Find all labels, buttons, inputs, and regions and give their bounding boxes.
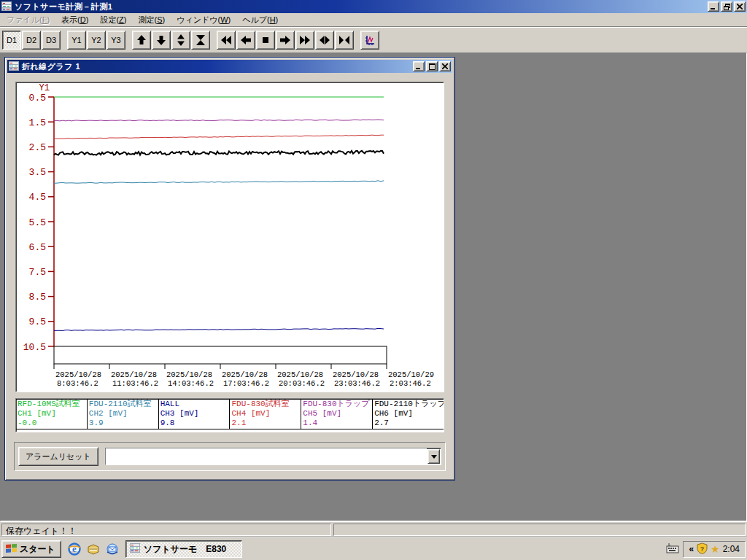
toolbar-button-arrows-in-horizontal[interactable] xyxy=(335,31,354,50)
legend-cell-ch6: FDU-2110トラップCH6 [mV]2.7 xyxy=(372,400,444,429)
channel-name: FDU-2110トラップ xyxy=(374,400,442,409)
toolbar-button-y3[interactable]: Y3 xyxy=(107,31,125,50)
app-icon xyxy=(1,1,12,12)
toolbar-button-stop-square[interactable] xyxy=(256,31,275,50)
taskbar-clock[interactable]: 2:04 xyxy=(723,544,740,554)
svg-text:2:03:46.2: 2:03:46.2 xyxy=(390,379,431,388)
outlook-express-icon[interactable] xyxy=(105,542,120,556)
channel-label: CH5 [mV] xyxy=(303,409,371,419)
channel-value: 2.1 xyxy=(231,419,299,428)
menu-item-1[interactable]: 表示(D) xyxy=(55,13,94,27)
arrow-up-icon xyxy=(136,34,147,46)
legend-panel: RFD-10MS試料室CH1 [mV]-0.0FDU-2110試料室CH2 [m… xyxy=(15,398,444,432)
toolbar-button-double-arrow-left[interactable] xyxy=(217,31,236,50)
menu-item-0[interactable]: ファイル(F) xyxy=(1,13,55,27)
graph-minimize-button[interactable] xyxy=(413,61,425,71)
channel-value: 3.9 xyxy=(89,419,157,428)
arrows-up-down-icon xyxy=(175,34,187,46)
svg-text:0.5: 0.5 xyxy=(29,93,46,104)
svg-text:2025/10/28: 2025/10/28 xyxy=(333,370,379,379)
arrows-out-horizontal-icon xyxy=(319,34,330,46)
svg-text:7.5: 7.5 xyxy=(29,267,46,278)
svg-text:20:03:46.2: 20:03:46.2 xyxy=(279,379,325,388)
graph-axes-icon xyxy=(364,34,376,46)
start-button[interactable]: スタート xyxy=(1,540,61,558)
svg-text:2025/10/28: 2025/10/28 xyxy=(166,370,212,379)
svg-text:8:03:46.2: 8:03:46.2 xyxy=(57,379,98,388)
taskbar-app-button[interactable]: ソフトサーモ E830 xyxy=(125,540,242,558)
menu-item-2[interactable]: 設定(Z) xyxy=(94,13,132,27)
tray-panel: « ? ★ 2:04 xyxy=(683,541,746,558)
app-window: ソフトサーモ計測－計測1 ファイル(F)表示(D)設定(Z)測定(S)ウィンドウ… xyxy=(0,0,747,537)
double-arrow-right-icon xyxy=(299,34,311,46)
svg-text:2025/10/28: 2025/10/28 xyxy=(222,370,268,379)
hourglass-icon xyxy=(195,34,206,46)
arrow-right-icon xyxy=(279,34,291,46)
toolbar-button-graph-axes[interactable] xyxy=(360,31,379,50)
alarm-reset-button[interactable]: アラームリセット xyxy=(18,447,98,466)
svg-text:2025/10/29: 2025/10/29 xyxy=(388,370,434,379)
toolbar-button-arrows-up-down[interactable] xyxy=(171,31,190,50)
windows-logo-icon xyxy=(5,542,18,556)
graph-close-button[interactable] xyxy=(439,61,451,71)
menu-item-4[interactable]: ウィンドウ(W) xyxy=(171,13,236,27)
restore-button[interactable] xyxy=(721,1,732,12)
menu-item-5[interactable]: ヘルプ(H) xyxy=(236,13,284,27)
alarm-combobox[interactable] xyxy=(105,448,441,465)
menu-item-3[interactable]: 測定(S) xyxy=(132,13,171,27)
graph-window-icon xyxy=(9,61,19,72)
legend-cell-ch2: FDU-2110試料室CH2 [mV]3.9 xyxy=(87,400,158,429)
status-panel-secondary xyxy=(333,524,746,536)
show-desktop-icon[interactable] xyxy=(86,542,101,556)
toolbar-button-d1[interactable]: D1 xyxy=(2,31,21,50)
toolbar-button-arrow-down[interactable] xyxy=(152,31,171,50)
graph-client-area: Y10.51.52.53.54.55.56.57.58.59.510.52025… xyxy=(7,73,452,478)
toolbar-button-d3[interactable]: D3 xyxy=(42,31,61,50)
channel-name: FDU-2110試料室 xyxy=(89,400,157,409)
graph-window-titlebar[interactable]: 折れ線グラフ 1 xyxy=(7,60,452,73)
toolbar-button-y2[interactable]: Y2 xyxy=(87,31,106,50)
graph-maximize-button[interactable] xyxy=(426,61,438,71)
app-title: ソフトサーモ計測－計測1 xyxy=(15,1,706,12)
close-button[interactable] xyxy=(734,1,746,12)
desktop: ソフトサーモ計測－計測1 ファイル(F)表示(D)設定(Z)測定(S)ウィンドウ… xyxy=(0,0,747,560)
svg-text:9.5: 9.5 xyxy=(29,316,46,327)
arrow-left-icon xyxy=(240,34,252,46)
toolbar-button-double-arrow-right[interactable] xyxy=(295,31,314,50)
toolbar-button-arrow-up[interactable] xyxy=(132,31,151,50)
channel-label: CH1 [mV] xyxy=(18,409,85,419)
internet-explorer-icon[interactable]: e xyxy=(67,542,82,556)
graph-window: 折れ線グラフ 1 Y10.51.52.53.54.55.56.57.58.59.… xyxy=(4,57,455,481)
alarm-panel: アラームリセット xyxy=(14,442,446,471)
tray-expand-chevron[interactable]: « xyxy=(689,544,694,554)
toolbar-button-d2[interactable]: D2 xyxy=(22,31,41,50)
toolbar-button-arrow-left[interactable] xyxy=(236,31,255,50)
star-tray-icon[interactable]: ★ xyxy=(711,543,720,555)
security-shield-icon[interactable]: ? xyxy=(697,542,708,556)
app-titlebar[interactable]: ソフトサーモ計測－計測1 xyxy=(0,0,747,13)
taskbar-app-label: ソフトサーモ E830 xyxy=(144,543,226,556)
combobox-dropdown-button[interactable] xyxy=(427,449,440,464)
status-message: 保存ウェイト！！ xyxy=(1,524,331,536)
arrow-down-icon xyxy=(155,34,167,46)
quick-launch-bar: e xyxy=(67,542,120,556)
keyboard-layout-icon[interactable] xyxy=(666,543,679,555)
toolbar-button-arrow-right[interactable] xyxy=(276,31,295,50)
stop-square-icon xyxy=(260,34,271,46)
legend-cell-ch1: RFD-10MS試料室CH1 [mV]-0.0 xyxy=(16,400,87,429)
svg-text:2.5: 2.5 xyxy=(29,142,46,153)
alarm-combobox-value[interactable] xyxy=(106,448,427,464)
channel-value: 9.8 xyxy=(160,419,228,428)
double-arrow-left-icon xyxy=(220,34,232,46)
svg-text:17:03:46.2: 17:03:46.2 xyxy=(223,379,269,388)
svg-text:?: ? xyxy=(700,545,705,553)
svg-text:e: e xyxy=(72,543,77,554)
minimize-button[interactable] xyxy=(708,1,719,12)
toolbar-button-arrows-out-horizontal[interactable] xyxy=(315,31,334,50)
toolbar-button-y1[interactable]: Y1 xyxy=(67,31,86,50)
svg-text:2025/10/28: 2025/10/28 xyxy=(111,370,157,379)
system-tray: « ? ★ 2:04 xyxy=(666,541,746,558)
svg-text:6.5: 6.5 xyxy=(29,242,46,253)
toolbar-button-hourglass[interactable] xyxy=(191,31,210,50)
channel-name: FDU-830トラップ xyxy=(303,400,371,409)
